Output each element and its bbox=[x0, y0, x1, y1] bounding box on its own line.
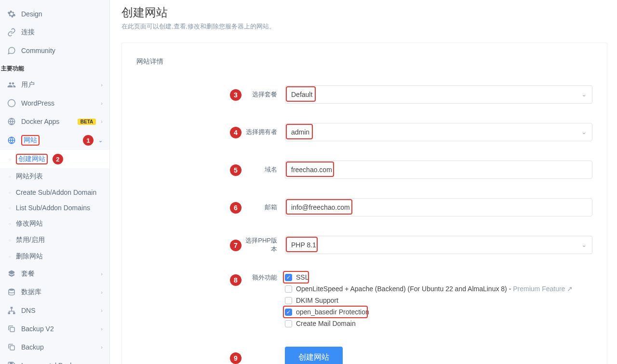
sidebar-item-website[interactable]: 网站 1 ⌄ bbox=[0, 131, 109, 150]
select-value: admin bbox=[291, 128, 309, 136]
annotation-badge-8: 8 bbox=[230, 274, 241, 286]
sidebar-item-wordpress[interactable]: WordPress › bbox=[0, 94, 109, 112]
annotation-badge-5: 5 bbox=[230, 164, 241, 176]
chevron-right-icon: › bbox=[101, 308, 103, 313]
select-owner[interactable]: admin ⌄ bbox=[285, 123, 592, 141]
sidebar-item-label: Community bbox=[21, 47, 103, 54]
subitem-label: 禁用/启用 bbox=[16, 236, 45, 244]
subitem-create-website[interactable]: 创建网站 2 bbox=[0, 150, 109, 168]
check-dkim[interactable]: DKIM Support bbox=[285, 297, 592, 304]
select-value: PHP 8.1 bbox=[291, 241, 316, 249]
wordpress-icon bbox=[7, 98, 16, 108]
sitemap-icon bbox=[7, 306, 16, 315]
chevron-right-icon: › bbox=[101, 289, 103, 295]
check-mail-domain[interactable]: Create Mail Domain bbox=[285, 320, 592, 327]
chevron-right-icon: › bbox=[101, 344, 103, 350]
subitem-label: 修改网站 bbox=[16, 219, 43, 228]
checkbox-icon bbox=[285, 285, 292, 293]
globe-icon bbox=[7, 135, 16, 145]
annotation-badge-3: 3 bbox=[230, 89, 241, 101]
field-extra: 8 额外功能 ✓ SSL OpenLiteSpeed + Apache (Bac… bbox=[136, 273, 592, 327]
svg-rect-7 bbox=[10, 327, 14, 332]
chevron-down-icon: ⌄ bbox=[582, 129, 586, 135]
input-email[interactable] bbox=[285, 198, 592, 216]
card-title: 网站详情 bbox=[136, 57, 592, 66]
annotation-badge-9: 9 bbox=[230, 352, 241, 364]
chevron-right-icon: › bbox=[101, 100, 103, 106]
sidebar-item-design[interactable]: Design bbox=[0, 5, 109, 23]
sidebar: Design 连接 Community 主要功能 用户 › WordPress … bbox=[0, 0, 110, 364]
sidebar-item-backup-v2[interactable]: Backup V2 › bbox=[0, 320, 109, 338]
field-label: 选择套餐 bbox=[241, 90, 285, 99]
copy-icon bbox=[7, 324, 16, 334]
link-icon bbox=[7, 27, 16, 37]
subitem-label: Create Sub/Addon Domain bbox=[16, 189, 96, 196]
field-domain: 5 域名 bbox=[136, 161, 592, 179]
sidebar-item-label: 用户 bbox=[21, 81, 101, 89]
subitem-label: List Sub/Addon Domains bbox=[16, 204, 90, 212]
chevron-right-icon: › bbox=[101, 326, 103, 332]
chevron-down-icon: ⌄ bbox=[98, 137, 103, 144]
sidebar-item-label: WordPress bbox=[21, 99, 101, 107]
checkbox-icon bbox=[285, 297, 292, 304]
field-label: 选择PHP版本 bbox=[241, 236, 285, 254]
sidebar-item-label: 套餐 bbox=[21, 270, 101, 278]
page-title: 创建网站 bbox=[121, 5, 607, 20]
subitem-label: 创建网站 bbox=[16, 154, 48, 164]
field-label: 选择拥有者 bbox=[241, 128, 285, 136]
select-package[interactable]: Default ⌄ bbox=[285, 85, 592, 104]
sidebar-item-dns[interactable]: DNS › bbox=[0, 301, 109, 320]
select-php[interactable]: PHP 8.1 ⌄ bbox=[285, 236, 592, 254]
premium-label: Premium Feature bbox=[513, 285, 565, 293]
subitem-label: 删除网站 bbox=[16, 252, 43, 261]
subitem-create-subdomain[interactable]: Create Sub/Addon Domain bbox=[0, 185, 109, 200]
sidebar-item-connect[interactable]: 连接 bbox=[0, 23, 109, 41]
subitem-list-websites[interactable]: 网站列表 bbox=[0, 168, 109, 185]
boxes-icon bbox=[7, 269, 16, 279]
check-ssl[interactable]: ✓ SSL bbox=[285, 273, 592, 281]
section-header-main: 主要功能 bbox=[0, 60, 109, 76]
check-label: SSL bbox=[296, 273, 308, 281]
subitem-delete-website[interactable]: 删除网站 bbox=[0, 248, 109, 265]
svg-point-3 bbox=[9, 289, 14, 291]
chevron-down-icon: ⌄ bbox=[582, 92, 586, 98]
sidebar-item-docker[interactable]: Docker Apps BETA › bbox=[0, 112, 109, 131]
sidebar-item-users[interactable]: 用户 › bbox=[0, 76, 109, 94]
check-label: Create Mail Domain bbox=[296, 320, 356, 327]
sidebar-item-label: 连接 bbox=[21, 28, 103, 37]
sidebar-item-label: Backup V2 bbox=[21, 325, 101, 333]
form-card: 网站详情 3 选择套餐 Default ⌄ 4 选择拥有者 bbox=[121, 42, 607, 364]
page-subtitle: 在此页面可以创建,查看,修改和删除您服务器上的网站。 bbox=[121, 22, 607, 31]
check-label: open_basedir Protection bbox=[296, 308, 369, 316]
database-icon bbox=[7, 287, 16, 297]
subitem-modify-website[interactable]: 修改网站 bbox=[0, 216, 109, 232]
chevron-right-icon: › bbox=[101, 119, 103, 124]
svg-rect-9 bbox=[10, 362, 13, 364]
field-label: 额外功能 bbox=[241, 273, 285, 282]
checkbox-icon: ✓ bbox=[285, 274, 292, 281]
checkbox-icon: ✓ bbox=[285, 309, 292, 316]
check-openbasedir[interactable]: ✓ open_basedir Protection bbox=[285, 308, 592, 316]
input-domain[interactable] bbox=[285, 161, 592, 179]
check-ols[interactable]: OpenLiteSpeed + Apache (Backend) (For Ub… bbox=[285, 285, 592, 293]
check-label: OpenLiteSpeed + Apache (Backend) (For Ub… bbox=[296, 285, 573, 293]
users-icon bbox=[7, 80, 16, 90]
sidebar-item-database[interactable]: 数据库 › bbox=[0, 283, 109, 301]
sidebar-item-label: Docker Apps bbox=[21, 118, 78, 125]
sidebar-item-incremental-backup[interactable]: Incremental Backup › bbox=[0, 356, 109, 364]
annotation-badge-4: 4 bbox=[230, 127, 241, 138]
field-owner: 4 选择拥有者 admin ⌄ bbox=[136, 123, 592, 141]
chevron-right-icon: › bbox=[101, 82, 103, 88]
select-value: Default bbox=[291, 91, 312, 98]
chevron-down-icon: ⌄ bbox=[582, 242, 586, 248]
globe-icon bbox=[7, 117, 16, 126]
sidebar-item-backup[interactable]: Backup › bbox=[0, 338, 109, 356]
subitem-disable-enable[interactable]: 禁用/启用 bbox=[0, 232, 109, 248]
chevron-right-icon: › bbox=[101, 271, 103, 277]
sidebar-item-packages[interactable]: 套餐 › bbox=[0, 265, 109, 283]
sidebar-item-community[interactable]: Community bbox=[0, 41, 109, 60]
sidebar-item-label: DNS bbox=[21, 307, 101, 314]
subitem-list-subdomains[interactable]: List Sub/Addon Domains bbox=[0, 200, 109, 216]
submit-button[interactable]: 创建网站 bbox=[285, 347, 343, 364]
svg-rect-5 bbox=[8, 312, 11, 314]
